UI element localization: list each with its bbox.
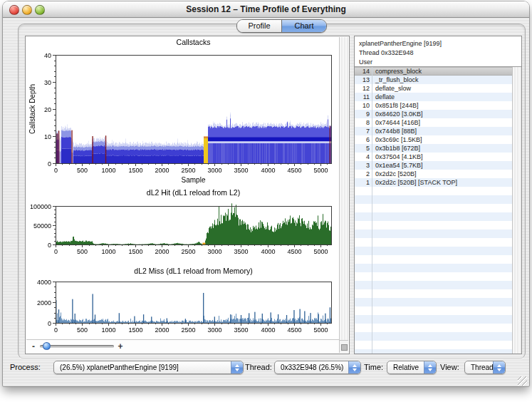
charts-vertical-scrollbar[interactable] bbox=[339, 37, 348, 341]
frame-label bbox=[372, 230, 513, 238]
frame-number bbox=[355, 289, 372, 298]
stack-frame-row[interactable]: 14compress_block bbox=[355, 67, 513, 76]
frame-number bbox=[355, 187, 372, 195]
zoom-out-button[interactable]: - bbox=[30, 341, 37, 351]
frame-label: _tr_flush_block bbox=[372, 76, 513, 84]
list-filler-row bbox=[355, 212, 513, 221]
list-filler-row bbox=[355, 238, 513, 247]
callstack-scrollbar[interactable] bbox=[512, 67, 521, 354]
frame-label bbox=[372, 315, 513, 324]
frame-number bbox=[355, 238, 372, 247]
list-filler-row bbox=[355, 341, 513, 349]
list-filler-row bbox=[355, 298, 513, 306]
frame-label bbox=[372, 187, 513, 195]
frame-label: 0x2d2c [520B] [STACK TOP] bbox=[372, 178, 513, 187]
stack-frame-row[interactable]: 60x3c69c [1.5KB] bbox=[355, 135, 513, 144]
process-popup-value: (26.5%) xplanetPantherEngine [9199] bbox=[54, 361, 231, 373]
charts-panel: - + bbox=[25, 36, 350, 354]
corner-box-icon bbox=[341, 344, 348, 351]
thread-popup[interactable]: 0x332E948 (26.5%) bbox=[274, 361, 361, 374]
frame-label bbox=[372, 204, 513, 212]
view-popup[interactable]: Thread bbox=[464, 361, 506, 374]
time-popup[interactable]: Relative bbox=[387, 361, 437, 374]
frame-number bbox=[355, 306, 372, 315]
frame-number: 8 bbox=[355, 118, 372, 127]
stack-frame-row[interactable]: 30x1ea54 [5.7KB] bbox=[355, 161, 513, 170]
list-filler-row bbox=[355, 230, 513, 238]
list-filler-row bbox=[355, 204, 513, 212]
tab-chart[interactable]: Chart bbox=[281, 20, 326, 32]
title-bar[interactable]: Session 12 – Time Profile of Everything bbox=[3, 1, 529, 18]
frame-label bbox=[372, 221, 513, 230]
frame-number: 12 bbox=[355, 84, 372, 93]
frame-number bbox=[355, 349, 372, 354]
list-filler-row bbox=[355, 221, 513, 230]
stack-frame-list: 14compress_block13_tr_flush_block12defla… bbox=[355, 67, 513, 354]
resize-grip[interactable] bbox=[518, 376, 527, 386]
frame-number bbox=[355, 281, 372, 289]
frame-label bbox=[372, 332, 513, 341]
frame-number bbox=[355, 341, 372, 349]
stack-frame-row[interactable]: 10x2d2c [520B] [STACK TOP] bbox=[355, 178, 513, 187]
zoom-in-button[interactable]: + bbox=[117, 341, 124, 351]
stack-frame-row[interactable]: 13_tr_flush_block bbox=[355, 76, 513, 84]
frame-number bbox=[355, 247, 372, 255]
view-popup-value: Thread bbox=[465, 361, 493, 373]
frame-number: 9 bbox=[355, 110, 372, 118]
tab-profile[interactable]: Profile bbox=[237, 20, 281, 32]
frame-label: 0x3c69c [1.5KB] bbox=[372, 135, 513, 144]
frame-number bbox=[355, 195, 372, 204]
frame-number: 14 bbox=[355, 67, 372, 76]
stack-frame-row[interactable]: 100x851f8 [244B] bbox=[355, 101, 513, 110]
frame-label: 0x851f8 [244B] bbox=[372, 101, 513, 110]
frame-number bbox=[355, 298, 372, 306]
frame-number bbox=[355, 272, 372, 281]
list-filler-row bbox=[355, 187, 513, 195]
list-filler-row bbox=[355, 255, 513, 264]
list-filler-row bbox=[355, 315, 513, 324]
list-filler-row bbox=[355, 306, 513, 315]
stack-frame-row[interactable]: 70x744b8 [88B] bbox=[355, 127, 513, 135]
process-label: Process: bbox=[10, 361, 41, 374]
window-title: Session 12 – Time Profile of Everything bbox=[3, 1, 529, 17]
frame-label bbox=[372, 349, 513, 354]
stack-frame-row[interactable]: 11deflate bbox=[355, 93, 513, 101]
zoom-slider[interactable] bbox=[40, 345, 114, 348]
frame-number bbox=[355, 332, 372, 341]
callstack-panel: xplanetPantherEngine [9199] Thread 0x332… bbox=[354, 36, 522, 354]
frame-number: 10 bbox=[355, 101, 372, 110]
stack-frame-row[interactable]: 12deflate_slow bbox=[355, 84, 513, 93]
list-filler-row bbox=[355, 264, 513, 272]
popup-arrows-icon bbox=[348, 361, 360, 373]
frame-label bbox=[372, 281, 513, 289]
frame-number: 5 bbox=[355, 144, 372, 153]
frame-number: 6 bbox=[355, 135, 372, 144]
frame-label bbox=[372, 324, 513, 332]
frame-number bbox=[355, 315, 372, 324]
frame-label bbox=[372, 306, 513, 315]
frame-label bbox=[372, 264, 513, 272]
thread-popup-value: 0x332E948 (26.5%) bbox=[275, 361, 348, 373]
zoom-slider-thumb[interactable] bbox=[43, 342, 51, 350]
stack-frame-row[interactable]: 40x37504 [4.1KB] bbox=[355, 153, 513, 161]
frame-number bbox=[355, 264, 372, 272]
callstack-header: xplanetPantherEngine [9199] Thread 0x332… bbox=[355, 36, 521, 67]
thread-label: Thread: bbox=[245, 361, 272, 374]
list-filler-row bbox=[355, 272, 513, 281]
frame-number: 11 bbox=[355, 93, 372, 101]
frame-label bbox=[372, 272, 513, 281]
stack-frame-row[interactable]: 50x3b1b8 [672B] bbox=[355, 144, 513, 153]
stack-frame-row[interactable]: 20x2d2c [520B] bbox=[355, 170, 513, 178]
list-filler-row bbox=[355, 324, 513, 332]
popup-arrows-icon bbox=[424, 361, 436, 373]
stack-frame-row[interactable]: 90x84620 [3.0KB] bbox=[355, 110, 513, 118]
chart-zoom-bar: - + bbox=[26, 339, 340, 353]
stack-frame-row[interactable]: 80x74644 [416B] bbox=[355, 118, 513, 127]
frame-number bbox=[355, 230, 372, 238]
list-filler-row bbox=[355, 195, 513, 204]
list-filler-row bbox=[355, 247, 513, 255]
process-popup[interactable]: (26.5%) xplanetPantherEngine [9199] bbox=[53, 361, 244, 374]
frame-number: 1 bbox=[355, 178, 372, 187]
charts-canvas[interactable] bbox=[26, 37, 340, 341]
app-window: Session 12 – Time Profile of Everything … bbox=[3, 1, 529, 386]
